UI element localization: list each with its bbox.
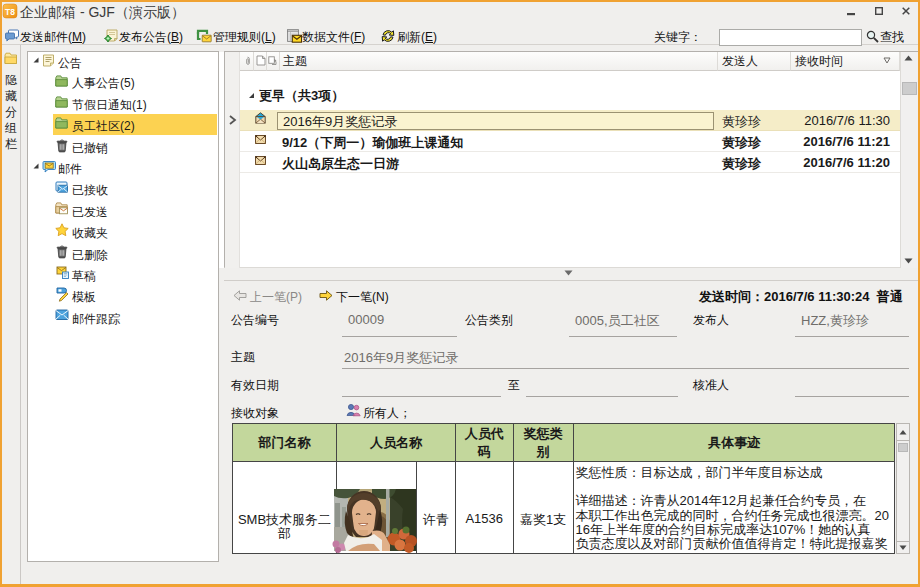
svg-text:T8: T8 [5,7,15,17]
